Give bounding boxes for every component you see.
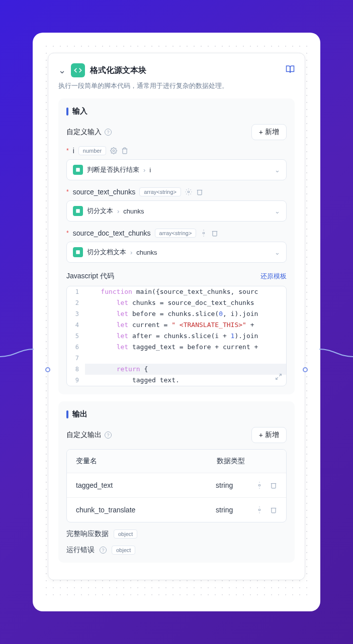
code-section: Javascript 代码 还原模板 1 function main({sour… xyxy=(66,272,287,386)
code-node-card: ⌄ 格式化源文本块 执行一段简单的脚本代码，通常用于进行复杂的数据处理。 输入 … xyxy=(48,53,305,580)
svg-line-6 xyxy=(279,374,281,376)
trash-icon[interactable] xyxy=(121,147,128,154)
full-response-row: 完整响应数据 object xyxy=(66,529,287,539)
node-header: ⌄ 格式化源文本块 xyxy=(58,63,295,77)
gear-icon[interactable] xyxy=(200,230,207,237)
gear-icon[interactable] xyxy=(185,188,192,195)
output-type: string xyxy=(216,481,256,489)
help-icon[interactable]: ? xyxy=(105,129,112,136)
help-icon[interactable]: ? xyxy=(105,432,112,439)
gear-icon[interactable] xyxy=(110,147,117,154)
help-icon[interactable]: ? xyxy=(100,547,107,554)
reference-selector[interactable]: 切分文本 › chunks ⌄ xyxy=(66,200,287,222)
table-row: chunk_to_translate string xyxy=(67,498,286,522)
custom-output-label: 自定义输出 xyxy=(66,431,102,440)
expand-icon[interactable] xyxy=(275,373,282,382)
ref-node-name: 切分文本 xyxy=(87,206,113,216)
chevron-right-icon: › xyxy=(143,166,145,174)
svg-point-4 xyxy=(203,232,205,234)
chevron-down-icon: ⌄ xyxy=(275,207,280,215)
full-response-label: 完整响应数据 xyxy=(66,529,109,539)
output-port[interactable] xyxy=(303,367,308,372)
required-asterisk: * xyxy=(66,188,69,195)
ref-node-name: 判断是否执行结束 xyxy=(87,165,139,174)
output-section: 输出 自定义输出 ? + 新增 变量名 数据类型 tagged_text str… xyxy=(58,401,295,563)
input-row: * source_text_chunks array<string> 切分文本 … xyxy=(66,187,287,222)
section-bar xyxy=(66,108,68,116)
input-section: 输入 自定义输入 ? + 新增 * i number xyxy=(58,98,295,394)
add-input-button[interactable]: + 新增 xyxy=(251,124,287,140)
chevron-down-icon: ⌄ xyxy=(275,249,280,256)
gear-icon[interactable] xyxy=(256,506,263,513)
type-tag: array<string> xyxy=(139,187,181,196)
svg-point-0 xyxy=(113,150,115,152)
table-row: tagged_text string xyxy=(67,473,286,498)
custom-input-label: 自定义输入 xyxy=(66,128,102,137)
chevron-right-icon: › xyxy=(130,249,132,256)
run-error-row: 运行错误 ? object xyxy=(66,546,287,555)
output-type: string xyxy=(216,506,256,514)
ref-var-name: chunks xyxy=(136,249,157,256)
output-table: 变量名 数据类型 tagged_text string chunk_to_tra… xyxy=(66,449,287,522)
node-ref-icon xyxy=(73,247,83,257)
input-name: source_text_chunks xyxy=(73,188,136,196)
code-title: Javascript 代码 xyxy=(66,272,114,281)
trash-icon[interactable] xyxy=(270,482,277,489)
input-name: i xyxy=(73,147,74,155)
table-header: 变量名 数据类型 xyxy=(67,450,286,473)
required-asterisk: * xyxy=(66,230,69,237)
plus-icon: + xyxy=(259,128,263,136)
docs-icon[interactable] xyxy=(286,65,295,76)
trash-icon[interactable] xyxy=(211,230,218,237)
reference-selector[interactable]: 判断是否执行结束 › i ⌄ xyxy=(66,159,287,180)
ref-var-name: chunks xyxy=(123,207,144,215)
connection-wire-right xyxy=(318,329,353,359)
svg-point-9 xyxy=(258,509,260,511)
svg-rect-3 xyxy=(76,209,80,213)
node-title: 格式化源文本块 xyxy=(90,65,146,76)
col-name-header: 变量名 xyxy=(76,457,217,466)
svg-rect-1 xyxy=(76,168,80,172)
run-error-label: 运行错误 xyxy=(66,546,95,555)
chevron-down-icon: ⌄ xyxy=(275,166,280,174)
ref-var-name: i xyxy=(149,166,151,174)
node-description: 执行一段简单的脚本代码，通常用于进行复杂的数据处理。 xyxy=(58,81,295,90)
add-output-button[interactable]: + 新增 xyxy=(251,427,287,443)
node-ref-icon xyxy=(73,206,83,216)
code-editor[interactable]: 1 function main({source_text_chunks, sou… xyxy=(66,286,287,386)
node-ref-icon xyxy=(73,165,83,175)
type-tag: object xyxy=(114,529,137,539)
restore-template-link[interactable]: 还原模板 xyxy=(260,272,287,281)
gear-icon[interactable] xyxy=(256,482,263,489)
collapse-icon[interactable]: ⌄ xyxy=(58,65,66,76)
type-tag: object xyxy=(112,546,135,555)
svg-point-2 xyxy=(188,191,190,193)
connection-wire-left xyxy=(0,329,35,359)
input-section-title: 输入 xyxy=(72,106,87,116)
input-row: * i number 判断是否执行结束 › i ⌄ xyxy=(66,146,287,180)
chevron-right-icon: › xyxy=(117,207,119,215)
col-type-header: 数据类型 xyxy=(217,457,277,466)
code-icon xyxy=(71,63,85,77)
section-bar xyxy=(66,410,68,418)
trash-icon[interactable] xyxy=(196,188,203,195)
output-section-title: 输出 xyxy=(72,409,87,419)
reference-selector[interactable]: 切分文档文本 › chunks ⌄ xyxy=(66,242,287,263)
output-name: chunk_to_translate xyxy=(76,506,216,514)
input-row: * source_doc_text_chunks array<string> 切… xyxy=(66,229,287,263)
ref-node-name: 切分文档文本 xyxy=(87,248,126,257)
plus-icon: + xyxy=(259,431,263,439)
type-tag: number xyxy=(78,146,106,155)
trash-icon[interactable] xyxy=(270,506,277,513)
input-name: source_doc_text_chunks xyxy=(73,229,151,237)
svg-line-7 xyxy=(276,377,278,379)
input-port[interactable] xyxy=(45,367,50,372)
svg-rect-5 xyxy=(76,250,80,254)
required-asterisk: * xyxy=(66,147,69,154)
output-name: tagged_text xyxy=(76,481,216,489)
type-tag: array<string> xyxy=(155,229,197,238)
svg-point-8 xyxy=(258,484,260,486)
